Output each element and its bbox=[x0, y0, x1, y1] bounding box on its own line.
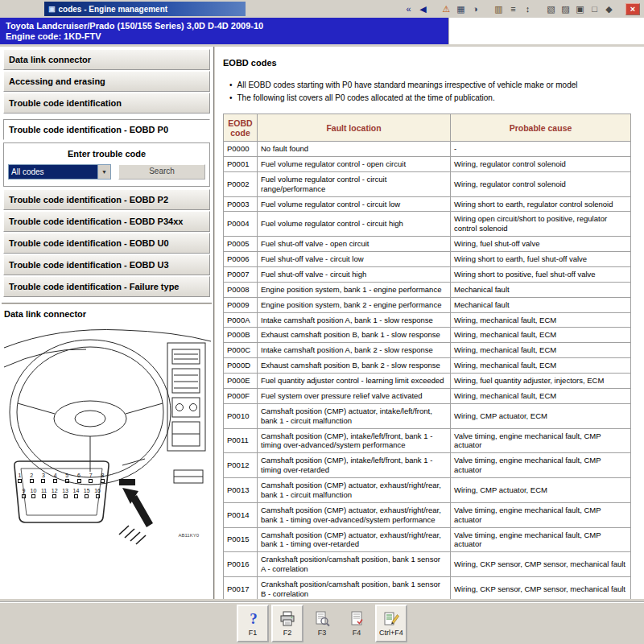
sidebar-item[interactable]: Trouble code identification bbox=[3, 93, 210, 114]
data-link-connector-diagram: 1 2 3 bbox=[2, 320, 212, 597]
table-row: P0012 Camshaft position (CMP), intake/le… bbox=[224, 453, 631, 478]
vehicle-name: Toyota Landcruiser/Prado (150/155 Series… bbox=[6, 21, 443, 31]
col-header-fault: Fault location bbox=[258, 114, 451, 142]
pin-square bbox=[101, 479, 105, 483]
units-spinner-icon[interactable]: ↕ bbox=[521, 2, 535, 15]
warning-icon[interactable]: ⚠ bbox=[440, 2, 453, 15]
page-preview-icon bbox=[313, 610, 331, 628]
settings-icon[interactable]: ◆ bbox=[602, 2, 616, 15]
dashboard-sketch bbox=[2, 320, 212, 593]
table-row: P0016 Crankshaft position/camshaft posit… bbox=[224, 552, 631, 577]
window-titlebar: ▣ codes - Engine management bbox=[44, 2, 246, 16]
table-row: P000E Fuel quantity adjuster control - l… bbox=[224, 374, 631, 389]
fault-cell: Fuel volume regulator control - open cir… bbox=[258, 156, 451, 171]
sidebar-item[interactable]: Trouble code identification - EOBD P2 bbox=[3, 189, 210, 210]
cause-cell: Wiring, CKP sensor, CMP sensor, mechanic… bbox=[451, 552, 631, 577]
cause-cell: Wiring open circuit/short to positive, r… bbox=[451, 212, 631, 237]
fkey-label: F3 bbox=[318, 629, 327, 637]
sidebar-item[interactable]: Trouble code identification - EOBD U0 bbox=[3, 233, 210, 254]
svg-text:?: ? bbox=[250, 610, 258, 627]
code-cell: P000D bbox=[224, 358, 258, 374]
connector-pin: 7 bbox=[89, 473, 93, 483]
trouble-code-select[interactable]: All codes ▼ bbox=[8, 164, 111, 180]
cause-cell: Valve timing, engine mechanical fault, C… bbox=[451, 502, 631, 527]
cause-cell: Wiring short to positive, fuel shut-off … bbox=[451, 266, 631, 282]
table-row: P0010 Camshaft position (CMP) actuator, … bbox=[224, 403, 631, 428]
sidebar-item[interactable]: Trouble code identification - EOBD P34xx bbox=[3, 211, 210, 232]
connector-pin: 13 bbox=[62, 488, 68, 498]
pin-row-top: 1 2 3 bbox=[14, 473, 108, 483]
f4-button[interactable]: F4 bbox=[341, 605, 373, 642]
fault-cell: Engine position system, bank 2 - engine … bbox=[258, 297, 451, 312]
code-cell: P0006 bbox=[224, 252, 258, 267]
nav-first-icon[interactable]: « bbox=[402, 2, 415, 15]
fault-cell: Camshaft position (CMP) actuator, intake… bbox=[258, 403, 451, 428]
table-row: P0004 Fuel volume regulator control - ci… bbox=[224, 212, 631, 237]
search-button[interactable]: Search bbox=[118, 164, 205, 180]
sidebar-item[interactable]: Trouble code identification - EOBD U3 bbox=[3, 254, 210, 275]
fault-cell: Fuel shut-off valve - circuit high bbox=[258, 266, 451, 282]
connector-pin: 4 bbox=[53, 473, 57, 483]
vehicle-header: Toyota Landcruiser/Prado (150/155 Series… bbox=[0, 18, 644, 47]
connector-pin: 12 bbox=[52, 488, 58, 498]
manuals-icon[interactable]: ▥ bbox=[492, 2, 506, 15]
window-tile-icon[interactable]: □ bbox=[588, 2, 601, 15]
fault-cell: Fuel quantity adjuster control - learnin… bbox=[258, 374, 451, 389]
pin-square bbox=[74, 494, 78, 498]
bullet-icon: • bbox=[229, 79, 233, 92]
table-row: P000C Intake camshaft position A, bank 2… bbox=[224, 343, 631, 358]
code-cell: P0009 bbox=[224, 297, 258, 312]
pin-square bbox=[65, 479, 69, 483]
f3-button[interactable]: F3 bbox=[306, 605, 338, 642]
pin-square bbox=[31, 494, 35, 498]
nav-back-icon[interactable]: ◀ bbox=[416, 2, 430, 15]
history-icon[interactable]: ◑ bbox=[469, 2, 482, 15]
close-button[interactable]: × bbox=[625, 3, 640, 15]
table-row: P000A Intake camshaft position A, bank 1… bbox=[224, 312, 631, 328]
diagram-icon[interactable]: ▧ bbox=[544, 2, 558, 15]
fault-cell: Fuel shut-off valve - open circuit bbox=[258, 237, 451, 252]
code-cell: P0010 bbox=[224, 403, 258, 428]
page-icon bbox=[348, 610, 365, 628]
cause-cell: Wiring, fuel shut-off valve bbox=[451, 237, 631, 252]
code-cell: P000C bbox=[224, 343, 258, 358]
toolbar: « ◀ ⚠ ▦ ◑ ▥ ≡ ↕ ▧ ▨ ▣ □ ◆ bbox=[402, 2, 616, 15]
cause-cell: Wiring, mechanical fault, ECM bbox=[451, 358, 631, 374]
fault-cell: Camshaft position (CMP) actuator, exhaus… bbox=[258, 502, 451, 527]
sidebar-item[interactable]: Trouble code identification - Failure ty… bbox=[3, 276, 210, 297]
table-row: P0011 Camshaft position (CMP), intake/le… bbox=[224, 428, 631, 453]
sidebar-item[interactable]: Accessing and erasing bbox=[3, 71, 210, 92]
connector-pin: 5 bbox=[65, 473, 69, 483]
pin-square bbox=[18, 479, 22, 483]
document-icon[interactable]: ▣ bbox=[573, 2, 587, 15]
fault-cell: Engine position system, bank 1 - engine … bbox=[258, 282, 451, 297]
eobd-codes-table: EOBD code Fault location Probable cause … bbox=[223, 114, 631, 599]
fault-cell: Camshaft position (CMP) actuator, exhaus… bbox=[258, 527, 451, 552]
vehicle-header-blank bbox=[448, 18, 644, 44]
fault-cell: Intake camshaft position A, bank 1 - slo… bbox=[258, 312, 451, 328]
ctrl-f4-button[interactable]: Ctrl+F4 bbox=[375, 605, 407, 642]
f2-print-button[interactable]: F2 bbox=[271, 605, 303, 642]
code-cell: P0007 bbox=[224, 266, 258, 282]
service-schedule-icon[interactable]: ▦ bbox=[454, 2, 468, 15]
connector-pin: 11 bbox=[41, 488, 47, 498]
col-header-cause: Probable cause bbox=[451, 114, 631, 142]
sidebar-item-eobd-p0-active[interactable]: Trouble code identification - EOBD P0 bbox=[3, 119, 210, 140]
pin-square bbox=[22, 494, 26, 498]
connector-pin: 14 bbox=[72, 488, 79, 498]
notes: • All EOBD codes starting with P0 have s… bbox=[229, 79, 638, 104]
fault-cell: Exhaust camshaft position B, bank 2 - sl… bbox=[258, 358, 451, 374]
fault-cell: Fuel volume regulator control - circuit … bbox=[258, 196, 451, 212]
code-cell: P0000 bbox=[224, 142, 258, 157]
fault-cell: Camshaft position (CMP), intake/left/fro… bbox=[258, 428, 451, 453]
table-row: P0017 Crankshaft position/camshaft posit… bbox=[224, 577, 631, 600]
f1-help-button[interactable]: ? F1 bbox=[237, 605, 269, 642]
connector-pin: 8 bbox=[101, 473, 105, 483]
chart-icon[interactable]: ▨ bbox=[559, 2, 572, 15]
fault-cell: Crankshaft position/camshaft position, b… bbox=[258, 552, 451, 577]
chevron-down-icon[interactable]: ▼ bbox=[97, 165, 110, 179]
fault-cell: Fuel shut-off valve - circuit low bbox=[258, 252, 451, 267]
engine-code: Engine code: 1KD-FTV bbox=[6, 31, 443, 41]
sidebar-item[interactable]: Data link connector bbox=[3, 49, 210, 70]
list-icon[interactable]: ≡ bbox=[506, 2, 520, 15]
